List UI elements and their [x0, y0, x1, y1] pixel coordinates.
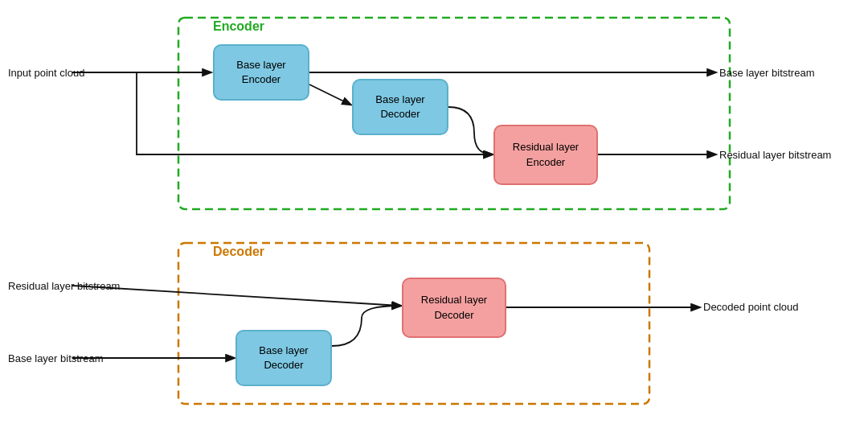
base-layer-encoder-box: Base layerEncoder	[213, 44, 309, 101]
decoded-point-cloud-label: Decoded point cloud	[703, 301, 799, 313]
base-layer-decoder-box: Base layerDecoder	[235, 330, 332, 386]
arrow-base-enc-to-base-dec	[309, 84, 350, 105]
decoder-title: Decoder	[213, 245, 264, 259]
residual-layer-bitstream-in-label: Residual layer bitstream	[8, 280, 120, 292]
residual-layer-decoder-box: Residual layerDecoder	[402, 278, 506, 338]
arrow-base-dec-to-res-enc	[448, 107, 492, 154]
base-layer-bitstream-out-label: Base layer bitstream	[719, 67, 815, 79]
residual-layer-encoder-box: Residual layerEncoder	[493, 125, 598, 185]
residual-layer-bitstream-out-label: Residual layer bitstream	[719, 149, 831, 161]
encoder-title: Encoder	[213, 19, 264, 34]
input-point-cloud-label: Input point cloud	[8, 67, 84, 79]
arrow-base-dec-to-res-dec	[332, 306, 400, 346]
base-layer-bitstream-in-label: Base layer bitstream	[8, 352, 104, 364]
encoder-base-layer-decoder-box: Base layerDecoder	[352, 79, 448, 135]
arrow-res-bitstream-to-res-dec	[72, 286, 400, 306]
